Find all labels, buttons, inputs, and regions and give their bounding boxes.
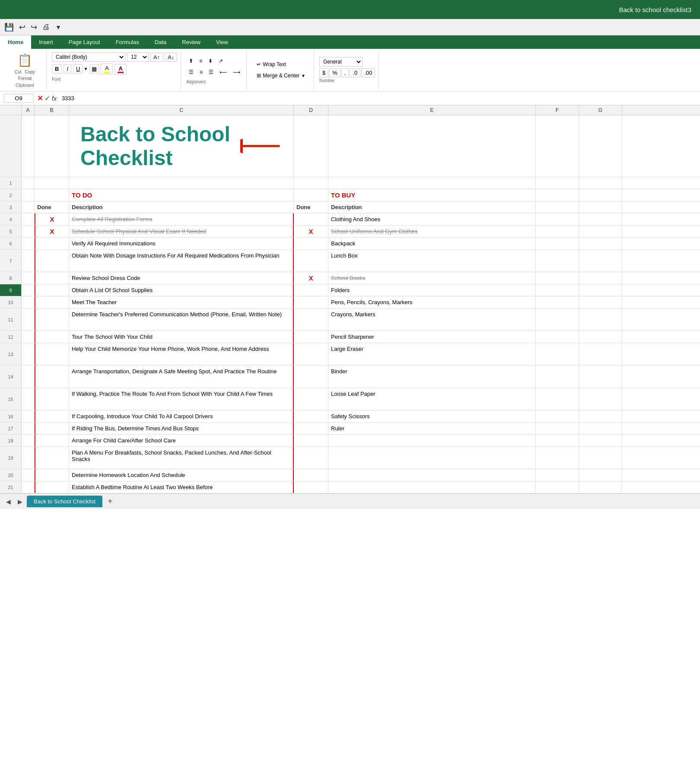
cell-14d[interactable] <box>294 366 328 388</box>
cell-7d[interactable] <box>294 250 328 272</box>
cell-17e[interactable]: Ruler <box>328 423 536 434</box>
col-header-b[interactable]: B <box>35 105 69 115</box>
cell-1e[interactable] <box>328 177 536 189</box>
cell-title-d[interactable] <box>294 115 328 177</box>
cell-15e[interactable]: Loose Leaf Paper <box>328 388 536 410</box>
cell-1c[interactable] <box>69 177 294 189</box>
cell-2g[interactable] <box>579 189 622 201</box>
cell-11c[interactable]: Determine Teacher's Preferred Communicat… <box>69 309 294 331</box>
cell-title-e[interactable] <box>328 115 536 177</box>
paste-button[interactable]: 📋 <box>15 52 35 68</box>
cell-15a[interactable] <box>22 388 35 410</box>
prev-sheet-button[interactable]: ◀ <box>3 497 13 506</box>
align-left-button[interactable]: ☰ <box>186 67 196 77</box>
wrap-text-button[interactable]: ↵ Wrap Text <box>254 60 309 69</box>
cell-2e[interactable]: TO BUY <box>328 189 536 201</box>
cell-3b[interactable]: Done <box>35 201 69 213</box>
copy-button[interactable]: Copy <box>24 69 36 75</box>
cell-19e[interactable] <box>328 447 536 469</box>
cell-19g[interactable] <box>579 447 622 469</box>
cell-12g[interactable] <box>579 331 622 343</box>
col-header-f[interactable]: F <box>536 105 579 115</box>
cell-15c[interactable]: If Walking, Practice The Route To And Fr… <box>69 388 294 410</box>
cell-14e[interactable]: Binder <box>328 366 536 388</box>
cell-21d[interactable] <box>294 481 328 493</box>
cell-6e[interactable]: Backpack <box>328 238 536 249</box>
cell-8e[interactable]: School Books <box>328 272 536 284</box>
cell-20g[interactable] <box>579 469 622 481</box>
cell-4e[interactable]: Clothing And Shoes <box>328 213 536 225</box>
cell-7g[interactable] <box>579 250 622 272</box>
cell-title-c[interactable]: Back to School Checklist <box>69 115 294 177</box>
cell-2d[interactable] <box>294 189 328 201</box>
cell-6c[interactable]: Verify All Required Immunizations <box>69 238 294 249</box>
col-header-a[interactable]: A <box>22 105 35 115</box>
cell-13c[interactable]: Help Your Child Memorize Your Home Phone… <box>69 343 294 365</box>
cell-title-b[interactable] <box>35 115 69 177</box>
cell-20b[interactable] <box>35 469 69 481</box>
cell-19f[interactable] <box>536 447 579 469</box>
increase-font-button[interactable]: A↑ <box>150 53 163 62</box>
cell-13g[interactable] <box>579 343 622 365</box>
col-header-c[interactable]: C <box>69 105 294 115</box>
tab-home[interactable]: Home <box>0 35 31 49</box>
cell-12b[interactable] <box>35 331 69 343</box>
font-color-button[interactable]: A <box>115 64 127 74</box>
cell-13d[interactable] <box>294 343 328 365</box>
tab-insert[interactable]: Insert <box>31 35 61 49</box>
cell-19c[interactable]: Plan A Menu For Breakfasts, School Snack… <box>69 447 294 469</box>
cell-title-g[interactable] <box>579 115 622 177</box>
increase-indent-button[interactable]: ⟶ <box>230 67 243 77</box>
text-angle-button[interactable]: ↗ <box>216 56 226 66</box>
cell-17b[interactable] <box>35 423 69 434</box>
decrease-decimal-button[interactable]: .0 <box>350 68 360 77</box>
formula-input[interactable]: 3333 <box>60 94 697 102</box>
cell-8c[interactable]: Review School Dress Code <box>69 272 294 284</box>
cell-20a[interactable] <box>22 469 35 481</box>
cell-14f[interactable] <box>536 366 579 388</box>
cell-1g[interactable] <box>579 177 622 189</box>
cell-2b[interactable] <box>35 189 69 201</box>
decrease-indent-button[interactable]: ⟵ <box>217 67 229 77</box>
cell-1a[interactable] <box>22 177 35 189</box>
cell-16c[interactable]: If Carpooling, Introduce Your Child To A… <box>69 410 294 422</box>
cell-8g[interactable] <box>579 272 622 284</box>
cell-13e[interactable]: Large Eraser <box>328 343 536 365</box>
cell-12a[interactable] <box>22 331 35 343</box>
cell-17a[interactable] <box>22 423 35 434</box>
cell-7b[interactable] <box>35 250 69 272</box>
cell-19a[interactable] <box>22 447 35 469</box>
cell-9f[interactable] <box>536 284 579 296</box>
italic-button[interactable]: I <box>64 64 71 73</box>
cut-button[interactable]: Cut <box>13 69 23 75</box>
cell-12d[interactable] <box>294 331 328 343</box>
cell-16a[interactable] <box>22 410 35 422</box>
comma-button[interactable]: , <box>341 68 349 77</box>
cell-20e[interactable] <box>328 469 536 481</box>
cell-11a[interactable] <box>22 309 35 331</box>
cell-reference[interactable]: O9 <box>3 94 34 103</box>
cell-3f[interactable] <box>536 201 579 213</box>
cell-6f[interactable] <box>536 238 579 249</box>
cell-15b[interactable] <box>35 388 69 410</box>
cell-9g[interactable] <box>579 284 622 296</box>
cell-3e[interactable]: Description <box>328 201 536 213</box>
cell-5b[interactable]: X <box>35 226 69 237</box>
bold-button[interactable]: B <box>52 64 62 73</box>
cell-3d[interactable]: Done <box>294 201 328 213</box>
cell-10g[interactable] <box>579 296 622 308</box>
tab-formulas[interactable]: Formulas <box>108 35 147 49</box>
cell-10f[interactable] <box>536 296 579 308</box>
cell-16b[interactable] <box>35 410 69 422</box>
cell-16g[interactable] <box>579 410 622 422</box>
next-sheet-button[interactable]: ▶ <box>15 497 25 506</box>
tab-data[interactable]: Data <box>147 35 174 49</box>
cell-8b[interactable] <box>35 272 69 284</box>
col-header-e[interactable]: E <box>328 105 536 115</box>
cell-5f[interactable] <box>536 226 579 237</box>
sheet-tab[interactable]: Back to School Checklist <box>27 496 102 507</box>
underline-button[interactable]: U <box>73 64 83 73</box>
cell-17d[interactable] <box>294 423 328 434</box>
cell-5a[interactable] <box>22 226 35 237</box>
percent-button[interactable]: % <box>329 68 340 77</box>
